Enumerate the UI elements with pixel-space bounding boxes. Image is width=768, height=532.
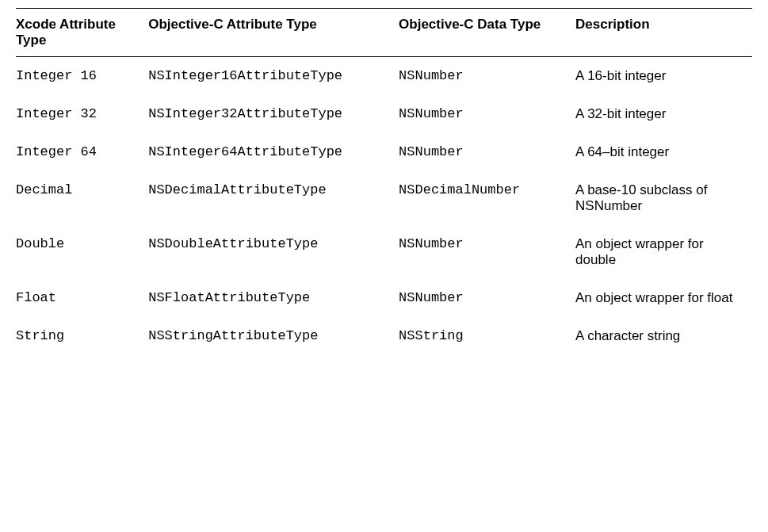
table-row: Float NSFloatAttributeType NSNumber An o…	[16, 279, 752, 317]
cell-xcode: Integer 16	[16, 57, 148, 96]
table-row: Integer 32 NSInteger32AttributeType NSNu…	[16, 95, 752, 133]
cell-description: A 32-bit integer	[575, 95, 752, 133]
cell-xcode: Float	[16, 279, 148, 317]
table-row: Integer 64 NSInteger64AttributeType NSNu…	[16, 133, 752, 171]
cell-description: A 16-bit integer	[575, 57, 752, 96]
cell-data-type: NSDecimalNumber	[399, 171, 575, 225]
cell-description: An object wrapper for double	[575, 225, 752, 279]
table-row: Integer 16 NSInteger16AttributeType NSNu…	[16, 57, 752, 96]
cell-data-type: NSNumber	[399, 225, 575, 279]
table-body: Integer 16 NSInteger16AttributeType NSNu…	[16, 57, 752, 356]
cell-attr-type: NSDecimalAttributeType	[148, 171, 399, 225]
cell-xcode: Double	[16, 225, 148, 279]
cell-attr-type: NSInteger64AttributeType	[148, 133, 399, 171]
cell-data-type: NSString	[399, 317, 575, 355]
cell-description: A character string	[575, 317, 752, 355]
col-header-description: Description	[575, 9, 752, 57]
table-row: String NSStringAttributeType NSString A …	[16, 317, 752, 355]
cell-attr-type: NSStringAttributeType	[148, 317, 399, 355]
cell-data-type: NSNumber	[399, 133, 575, 171]
cell-description: A 64–bit integer	[575, 133, 752, 171]
cell-xcode: String	[16, 317, 148, 355]
table-header-row: Xcode Attribute Type Objective-C Attribu…	[16, 9, 752, 57]
col-header-objc-attr: Objective-C Attribute Type	[148, 9, 399, 57]
cell-data-type: NSNumber	[399, 279, 575, 317]
cell-xcode: Integer 64	[16, 133, 148, 171]
cell-attr-type: NSFloatAttributeType	[148, 279, 399, 317]
cell-data-type: NSNumber	[399, 57, 575, 96]
col-header-objc-data: Objective-C Data Type	[399, 9, 575, 57]
col-header-xcode: Xcode Attribute Type	[16, 9, 148, 57]
attribute-types-table: Xcode Attribute Type Objective-C Attribu…	[16, 8, 752, 355]
cell-description: An object wrapper for float	[575, 279, 752, 317]
cell-attr-type: NSDoubleAttributeType	[148, 225, 399, 279]
cell-description: A base-10 subclass of NSNumber	[575, 171, 752, 225]
table-row: Decimal NSDecimalAttributeType NSDecimal…	[16, 171, 752, 225]
table-row: Double NSDoubleAttributeType NSNumber An…	[16, 225, 752, 279]
cell-attr-type: NSInteger32AttributeType	[148, 95, 399, 133]
cell-xcode: Integer 32	[16, 95, 148, 133]
cell-attr-type: NSInteger16AttributeType	[148, 57, 399, 96]
cell-data-type: NSNumber	[399, 95, 575, 133]
cell-xcode: Decimal	[16, 171, 148, 225]
